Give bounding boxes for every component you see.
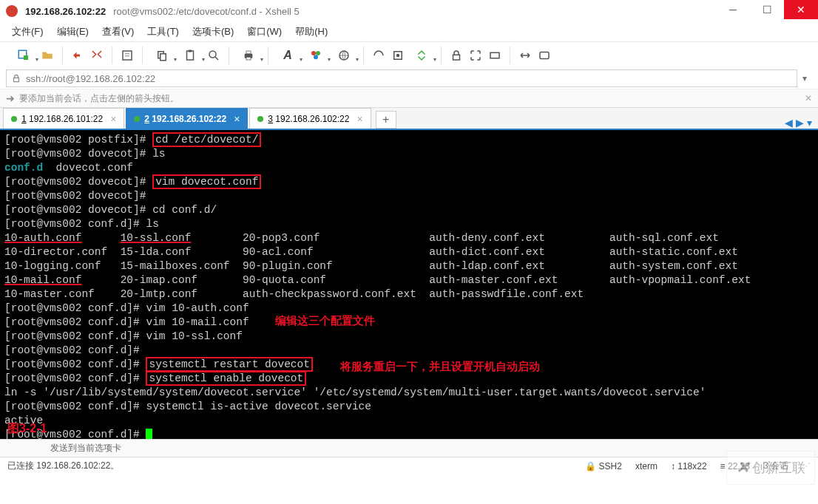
menu-tabs[interactable]: 选项卡(B) — [192, 25, 234, 38]
title-bar: 192.168.26.102:22 root@vms002:/etc/dovec… — [0, 0, 818, 22]
tab-close-icon[interactable]: × — [234, 113, 240, 125]
address-input[interactable]: ssh://root@192.168.26.102:22 — [6, 69, 797, 87]
svg-rect-1 — [24, 55, 28, 60]
session-tab-3[interactable]: 3 192.168.26.102:22 × — [249, 108, 371, 129]
status-dot-icon — [11, 116, 17, 122]
close-button[interactable]: ✕ — [784, 0, 818, 19]
svg-rect-23 — [14, 78, 19, 81]
svg-rect-8 — [189, 50, 192, 52]
maximize-button[interactable]: ☐ — [750, 0, 784, 19]
hint-text: 要添加当前会话，点击左侧的箭头按钮。 — [19, 92, 179, 105]
svg-rect-21 — [490, 52, 499, 58]
status-dot-icon — [134, 116, 140, 122]
open-button[interactable] — [38, 47, 56, 64]
session-tab-1[interactable]: 1 192.168.26.101:22 × — [3, 108, 124, 129]
annotation-2: 将服务重启一下，并且设置开机自动启动 — [340, 359, 540, 373]
lock-button[interactable] — [447, 47, 465, 64]
compose-bar[interactable]: 发送到当前选项卡 — [0, 439, 818, 457]
svg-rect-13 — [246, 57, 251, 60]
title-path: root@vms002:/etc/dovecot/conf.d - Xshell… — [113, 6, 300, 17]
compose-bar-button[interactable] — [535, 47, 553, 64]
terminal[interactable]: [root@vms002 postfix]# cd /etc/dovecot/ … — [0, 130, 818, 439]
tab-nav: ◀ ▶ ▾ — [785, 117, 818, 129]
menu-window[interactable]: 窗口(W) — [247, 25, 282, 38]
minimize-button[interactable]: ─ — [716, 0, 750, 19]
status-dot-icon — [257, 116, 263, 122]
svg-rect-22 — [540, 52, 549, 58]
svg-rect-7 — [187, 51, 194, 60]
horizontal-scroll-button[interactable] — [516, 47, 534, 64]
color-button[interactable] — [302, 47, 329, 64]
tab-close-icon[interactable]: × — [356, 113, 362, 125]
toggle-simple-button[interactable] — [486, 47, 504, 64]
copy-button[interactable] — [149, 47, 175, 64]
cursor — [146, 429, 152, 439]
new-tab-button[interactable]: + — [376, 111, 396, 129]
paste-button[interactable] — [177, 47, 203, 64]
svg-point-16 — [314, 55, 318, 59]
disconnect-button[interactable] — [69, 47, 87, 64]
svg-point-15 — [316, 51, 320, 55]
app-icon — [6, 5, 18, 17]
status-size: ↕ 118x22 — [671, 461, 707, 471]
menu-bar: 文件(F) 编辑(E) 查看(V) 工具(T) 选项卡(B) 窗口(W) 帮助(… — [0, 22, 818, 41]
title-ip: 192.168.26.102:22 — [25, 6, 106, 17]
compose-hint: 发送到当前选项卡 — [50, 442, 121, 454]
annotation-1: 编辑这三个配置文件 — [275, 313, 375, 327]
svg-rect-20 — [453, 55, 460, 60]
tunneling-button[interactable] — [370, 47, 388, 64]
status-ssh: 🔒 SSH2 — [585, 461, 622, 471]
font-button[interactable]: A — [274, 47, 301, 64]
fullscreen-button[interactable] — [467, 47, 484, 64]
encoding-button[interactable] — [331, 47, 357, 64]
toolbar: A — [0, 41, 818, 68]
menu-edit[interactable]: 编辑(E) — [57, 25, 89, 38]
find-button[interactable] — [205, 47, 223, 64]
hint-close-icon[interactable]: ✕ — [799, 93, 818, 103]
menu-file[interactable]: 文件(F) — [12, 25, 44, 38]
tab-prev-icon[interactable]: ◀ — [785, 117, 793, 129]
svg-point-9 — [209, 51, 216, 58]
menu-view[interactable]: 查看(V) — [102, 25, 134, 38]
tabs-bar: 1 192.168.26.101:22 × 2 192.168.26.102:2… — [0, 108, 818, 130]
reconnect-button[interactable] — [88, 47, 106, 64]
svg-rect-2 — [123, 51, 132, 60]
svg-point-19 — [396, 53, 400, 57]
watermark: ✕创新互联 — [726, 451, 815, 485]
lock-icon — [11, 73, 21, 84]
svg-line-10 — [215, 57, 218, 60]
tab-menu-icon[interactable]: ▾ — [807, 117, 812, 129]
print-button[interactable] — [235, 47, 262, 64]
status-connection: 已连接 192.168.26.102:22。 — [7, 460, 119, 472]
svg-rect-6 — [160, 53, 166, 60]
svg-point-14 — [311, 51, 316, 55]
status-term: xterm — [635, 461, 658, 471]
new-session-button[interactable] — [10, 47, 37, 64]
window-controls: ─ ☐ ✕ — [716, 0, 818, 19]
session-tab-2[interactable]: 2 192.168.26.102:22 × — [126, 108, 248, 129]
figure-label: 图3-2-1 — [7, 421, 47, 435]
tab-close-icon[interactable]: × — [110, 113, 116, 125]
properties-button[interactable] — [118, 47, 136, 64]
address-bar: ssh://root@192.168.26.102:22 ▾ — [0, 68, 818, 89]
transfer-button[interactable] — [408, 47, 435, 64]
menu-tools[interactable]: 工具(T) — [147, 25, 179, 38]
address-text: ssh://root@192.168.26.102:22 — [26, 73, 155, 84]
hint-bar: ➜ 要添加当前会话，点击左侧的箭头按钮。 ✕ — [0, 89, 818, 108]
status-bar: 已连接 192.168.26.102:22。 🔒 SSH2 xterm ↕ 11… — [0, 457, 818, 474]
arrow-icon[interactable]: ➜ — [6, 92, 15, 104]
menu-help[interactable]: 帮助(H) — [295, 25, 328, 38]
address-dropdown-icon[interactable]: ▾ — [797, 73, 812, 84]
tab-next-icon[interactable]: ▶ — [796, 117, 804, 129]
svg-rect-12 — [246, 51, 251, 54]
xagent-button[interactable] — [389, 47, 407, 64]
